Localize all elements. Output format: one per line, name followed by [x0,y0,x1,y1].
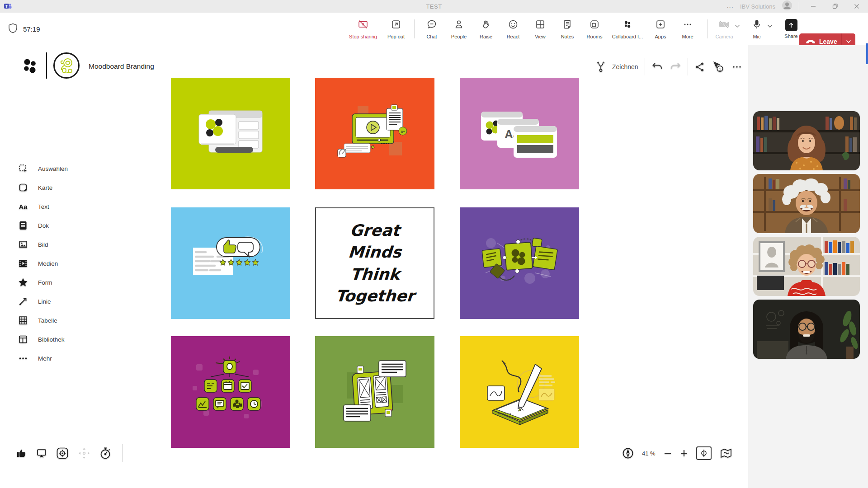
raise-hand-button[interactable]: Raise [472,14,500,43]
quote-line: Minds [348,244,402,261]
leave-label: Leave [819,38,837,45]
camera-options-chevron[interactable] [735,22,740,30]
draw-pen-icon[interactable] [596,61,606,73]
quote-line: Great [349,222,401,239]
scroll-accent [866,43,868,64]
leave-options-chevron[interactable] [842,40,855,43]
quote-line: Together [335,287,415,305]
like-icon[interactable] [16,448,27,459]
moodboard-tile-video[interactable]: A+ [315,78,434,189]
minimap-icon[interactable] [720,448,732,459]
moodboard-tile-notes[interactable] [460,207,579,319]
account-name: IBV Solutions [740,3,775,10]
people-button[interactable]: People [445,14,472,43]
window-titlebar: T TEST ... IBV Solutions [0,0,868,13]
tool-library[interactable]: Bibliothek [18,330,68,349]
close-button[interactable] [849,0,864,13]
restore-button[interactable] [827,0,843,13]
moodboard-tile-browser[interactable] [171,78,290,189]
presence-count: 1 [718,66,721,71]
fit-to-screen-button[interactable] [696,446,712,460]
library-icon [18,334,28,344]
notes-button[interactable]: Notes [554,14,581,43]
bottom-toolbar-divider [122,444,123,462]
titlebar-overflow-button[interactable]: ... [726,1,734,9]
redo-icon[interactable] [670,61,681,72]
zoom-level: 41 % [642,450,656,457]
project-avatar[interactable] [53,52,80,79]
board-more-icon[interactable] [731,61,742,72]
presence-pointer-icon[interactable]: 1 [712,61,725,73]
select-icon [18,164,28,174]
participant-video-3[interactable] [753,237,860,296]
board-title: Moodboard Branding [89,62,154,70]
tool-media[interactable]: Medien [18,254,68,273]
participant-video-4[interactable] [753,300,860,359]
moodboard-tile-wireframe[interactable] [315,336,434,448]
tool-select[interactable]: Auswählen [18,159,68,178]
doc-icon [18,221,28,230]
collaboard-brand-logo [19,55,41,79]
svg-text:A+: A+ [401,130,405,133]
tool-image[interactable]: Bild [18,235,68,254]
present-icon[interactable] [36,448,47,459]
share-board-icon[interactable] [694,61,705,72]
more-button[interactable]: More [674,14,701,43]
table-icon [18,315,28,325]
react-icon [508,19,519,32]
header-divider [46,52,47,79]
tool-line[interactable]: Linie [18,292,68,311]
apps-button[interactable]: Apps [647,14,674,43]
meeting-timer: 57:19 [23,25,40,33]
tool-more[interactable]: Mehr [18,349,68,368]
more-dots-icon [18,353,28,363]
tool-doc[interactable]: Dok [18,216,68,235]
rooms-icon [589,19,600,32]
rooms-button[interactable]: Rooms [581,14,608,43]
timer-stopwatch-icon[interactable] [99,447,111,460]
tools-divider [645,58,645,75]
zoom-in-icon[interactable] [680,449,688,457]
account-avatar[interactable] [782,0,793,13]
draw-label[interactable]: Zeichnen [612,63,638,70]
hang-up-icon [806,39,816,44]
whiteboard-canvas[interactable]: Moodboard Branding Zeichnen 1 [0,45,748,488]
moodboard-tile-cards[interactable]: Aa [460,78,579,189]
view-button[interactable]: View [527,14,554,43]
moodboard-tile-feedback[interactable] [171,207,290,319]
stop-sharing-icon [358,19,368,32]
mic-button[interactable]: Mic [744,19,770,39]
media-icon [18,258,28,268]
react-button[interactable]: React [500,14,527,43]
collaboard-app-button[interactable]: Collaboard I... [608,14,647,43]
mic-options-chevron[interactable] [767,22,773,30]
stop-sharing-button[interactable]: Stop sharing [344,14,382,43]
tool-text[interactable]: Aa Text [18,197,68,216]
pop-out-button[interactable]: Pop out [382,14,410,43]
moodboard-tile-drawing[interactable] [460,336,579,448]
camera-button[interactable]: Camera [711,19,737,39]
apps-icon [655,19,666,32]
minimize-button[interactable] [806,0,821,13]
moodboard-tile-quote[interactable]: Great Minds Think Together [315,207,434,319]
card-icon [18,183,28,192]
participant-video-1[interactable] [753,111,860,170]
moodboard-tile-icons[interactable] [171,336,290,448]
tool-table[interactable]: Tabelle [18,311,68,330]
share-icon [785,19,797,31]
move-icon[interactable] [78,447,90,460]
pop-out-icon [391,19,401,32]
participant-video-2[interactable] [753,174,860,233]
locate-target-icon[interactable] [56,447,69,460]
toolbar-divider [707,19,708,38]
compass-icon[interactable] [622,447,634,459]
tool-card[interactable]: Karte [18,178,68,197]
shape-star-icon [18,277,28,287]
titlebar-divider [799,2,799,10]
view-icon [535,19,546,32]
chat-button[interactable]: Chat [418,14,445,43]
undo-icon[interactable] [651,61,663,72]
zoom-out-icon[interactable] [664,449,672,457]
text-icon: Aa [18,202,28,211]
tool-shape[interactable]: Form [18,273,68,292]
